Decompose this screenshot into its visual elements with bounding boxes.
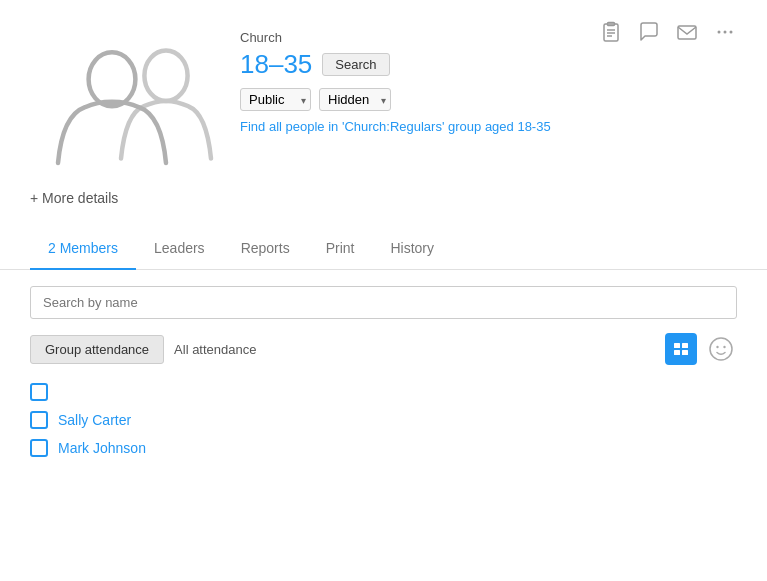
content-area: Group attendance All attendance [0, 270, 767, 477]
svg-point-16 [716, 346, 718, 348]
chat-icon[interactable] [637, 20, 661, 44]
attendance-right [665, 333, 737, 365]
svg-point-1 [89, 52, 136, 106]
hidden-filter[interactable]: Hidden Visible [319, 88, 391, 111]
tab-reports[interactable]: Reports [223, 226, 308, 270]
more-details-row: + More details [0, 180, 767, 226]
tab-print[interactable]: Print [308, 226, 373, 270]
tab-history[interactable]: History [372, 226, 452, 270]
member-name-mark[interactable]: Mark Johnson [58, 440, 146, 456]
svg-point-9 [724, 31, 727, 34]
svg-rect-11 [674, 343, 680, 348]
list-view-icon [672, 340, 690, 358]
select-all-row [30, 379, 737, 405]
clipboard-icon[interactable] [599, 20, 623, 44]
table-row: Sally Carter [30, 407, 737, 433]
member-checkbox-sally[interactable] [30, 411, 48, 429]
public-filter[interactable]: Public Private [240, 88, 311, 111]
search-bar-wrapper [30, 286, 737, 319]
tab-leaders[interactable]: Leaders [136, 226, 223, 270]
all-attendance-text[interactable]: All attendance [174, 342, 256, 357]
emoji-button[interactable] [705, 333, 737, 365]
svg-rect-7 [678, 26, 696, 39]
table-row: Mark Johnson [30, 435, 737, 461]
svg-rect-12 [682, 343, 688, 348]
svg-point-8 [718, 31, 721, 34]
svg-point-15 [710, 338, 732, 360]
attendance-left: Group attendance All attendance [30, 335, 256, 364]
group-attendance-button[interactable]: Group attendance [30, 335, 164, 364]
group-name-row: 18–35 Search [240, 49, 737, 80]
hidden-filter-wrapper: Hidden Visible [319, 88, 391, 111]
more-details-button[interactable]: + More details [30, 190, 118, 206]
svg-rect-13 [674, 350, 680, 355]
tabs-row: 2 Members Leaders Reports Print History [0, 226, 767, 270]
svg-point-0 [144, 51, 187, 101]
smiley-icon [708, 336, 734, 362]
top-icons [599, 20, 737, 44]
member-name-sally[interactable]: Sally Carter [58, 412, 131, 428]
member-list: Sally Carter Mark Johnson [30, 379, 737, 461]
tab-members[interactable]: 2 Members [30, 226, 136, 270]
public-filter-wrapper: Public Private [240, 88, 311, 111]
mail-icon[interactable] [675, 20, 699, 44]
group-name: 18–35 [240, 49, 312, 80]
search-button[interactable]: Search [322, 53, 389, 76]
group-avatar [30, 20, 230, 170]
search-by-name-input[interactable] [30, 286, 737, 319]
svg-rect-14 [682, 350, 688, 355]
group-description: Find all people in 'Church:Regulars' gro… [240, 119, 737, 134]
list-view-button[interactable] [665, 333, 697, 365]
attendance-row: Group attendance All attendance [30, 333, 737, 365]
svg-point-10 [730, 31, 733, 34]
member-checkbox-mark[interactable] [30, 439, 48, 457]
filter-row: Public Private Hidden Visible [240, 88, 737, 111]
svg-point-17 [723, 346, 725, 348]
more-icon[interactable] [713, 20, 737, 44]
select-all-checkbox[interactable] [30, 383, 48, 401]
top-section: Church 18–35 Search Public Private Hidde… [0, 0, 767, 180]
